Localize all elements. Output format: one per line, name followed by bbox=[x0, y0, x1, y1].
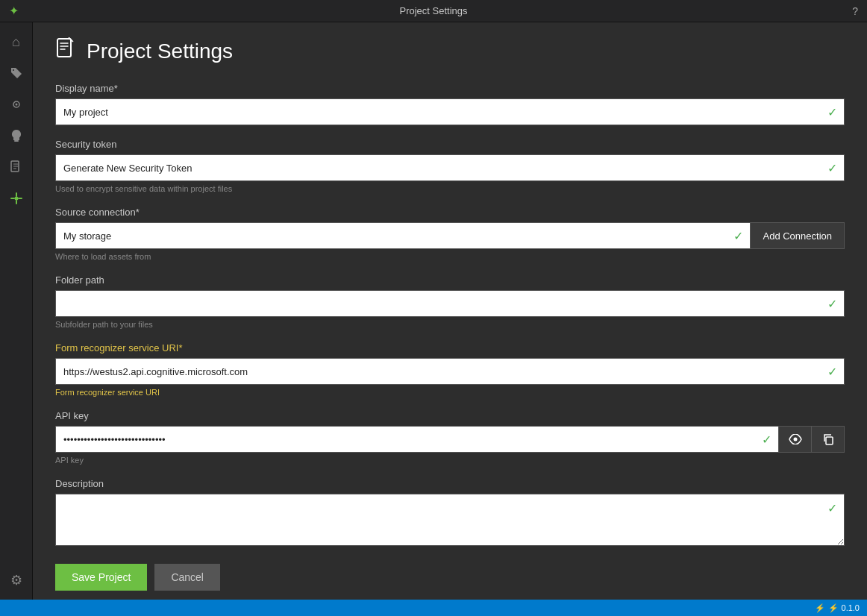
svg-rect-5 bbox=[57, 39, 71, 57]
form-recognizer-uri-label: Form recognizer service URI* bbox=[55, 342, 845, 353]
add-connection-button[interactable]: Add Connection bbox=[751, 222, 845, 249]
top-bar: ✦ Project Settings ? bbox=[0, 0, 867, 22]
display-name-wrapper: ✓ bbox=[55, 98, 845, 125]
version-text: ⚡ 0.1.0 bbox=[828, 603, 860, 613]
svg-point-6 bbox=[793, 438, 797, 441]
svg-point-1 bbox=[15, 104, 17, 106]
top-bar-title: Project Settings bbox=[399, 5, 467, 16]
page-title-row: Project Settings bbox=[55, 37, 845, 65]
api-key-input[interactable] bbox=[55, 426, 779, 453]
source-connection-hint: Where to load assets from bbox=[55, 252, 845, 261]
folder-path-wrapper: ✓ bbox=[55, 290, 845, 317]
source-connection-group: Source connection* ✓ Add Connection Wher… bbox=[55, 207, 845, 261]
security-token-group: Security token ✓ Used to encrypt sensiti… bbox=[55, 139, 845, 193]
sidebar-item-home[interactable]: ⌂ bbox=[3, 28, 30, 55]
description-input[interactable] bbox=[55, 494, 845, 546]
display-name-label: Display name* bbox=[55, 83, 845, 94]
description-wrapper: ✓ bbox=[55, 494, 845, 546]
api-key-label: API key bbox=[55, 410, 845, 421]
form-recognizer-uri-wrapper: ✓ bbox=[55, 358, 845, 385]
security-token-hint: Used to encrypt sensitive data within pr… bbox=[55, 184, 845, 193]
svg-rect-2 bbox=[14, 140, 19, 142]
svg-point-4 bbox=[14, 197, 18, 201]
sidebar-bottom: ⚙ bbox=[3, 567, 30, 594]
description-label: Description bbox=[55, 478, 845, 489]
buttons-row: Save Project Cancel bbox=[55, 564, 845, 591]
api-key-hint: API key bbox=[55, 456, 845, 465]
folder-path-hint: Subfolder path to your files bbox=[55, 320, 845, 329]
source-connection-row: ✓ Add Connection bbox=[55, 222, 845, 249]
sidebar-item-connection[interactable] bbox=[3, 185, 30, 212]
page-title: Project Settings bbox=[87, 40, 233, 63]
save-project-button[interactable]: Save Project bbox=[55, 564, 147, 591]
folder-path-group: Folder path ✓ Subfolder path to your fil… bbox=[55, 274, 845, 329]
description-group: Description ✓ bbox=[55, 478, 845, 546]
cancel-button[interactable]: Cancel bbox=[154, 564, 220, 591]
form-recognizer-uri-hint: Form recognizer service URI bbox=[55, 388, 845, 397]
version-icon: ⚡ bbox=[815, 603, 825, 613]
security-token-label: Security token bbox=[55, 139, 845, 150]
sidebar-item-predict[interactable] bbox=[3, 122, 30, 149]
source-connection-wrapper: ✓ bbox=[55, 222, 751, 249]
folder-path-input[interactable] bbox=[55, 290, 845, 317]
sidebar-item-tags[interactable] bbox=[3, 60, 30, 87]
form-recognizer-uri-input[interactable] bbox=[55, 358, 845, 385]
sidebar-item-docs[interactable] bbox=[3, 154, 30, 180]
status-bar: ⚡ ⚡ 0.1.0 bbox=[0, 600, 867, 616]
source-connection-label: Source connection* bbox=[55, 207, 845, 218]
sidebar: ⌂ bbox=[0, 22, 33, 600]
security-token-input[interactable] bbox=[55, 154, 845, 181]
sidebar-item-model[interactable] bbox=[3, 91, 30, 118]
display-name-group: Display name* ✓ bbox=[55, 83, 845, 125]
folder-path-label: Folder path bbox=[55, 274, 845, 286]
api-key-show-button[interactable] bbox=[779, 426, 812, 453]
page-title-icon bbox=[55, 37, 78, 65]
app-logo: ✦ bbox=[9, 4, 19, 18]
svg-rect-7 bbox=[826, 437, 833, 444]
api-key-copy-button[interactable] bbox=[812, 426, 845, 453]
sidebar-item-settings[interactable]: ⚙ bbox=[3, 567, 30, 594]
api-key-row: ✓ bbox=[55, 426, 845, 453]
main-layout: ⌂ bbox=[0, 22, 867, 600]
form-recognizer-uri-group: Form recognizer service URI* ✓ Form reco… bbox=[55, 342, 845, 397]
security-token-wrapper: ✓ bbox=[55, 154, 845, 181]
help-icon[interactable]: ? bbox=[852, 5, 858, 17]
api-key-group: API key ✓ bbox=[55, 410, 845, 465]
version-info: ⚡ ⚡ 0.1.0 bbox=[815, 603, 860, 613]
display-name-input[interactable] bbox=[55, 98, 845, 125]
source-connection-input[interactable] bbox=[55, 222, 751, 249]
api-key-wrapper: ✓ bbox=[55, 426, 779, 453]
content-area: Project Settings Display name* ✓ Securit… bbox=[33, 22, 867, 600]
